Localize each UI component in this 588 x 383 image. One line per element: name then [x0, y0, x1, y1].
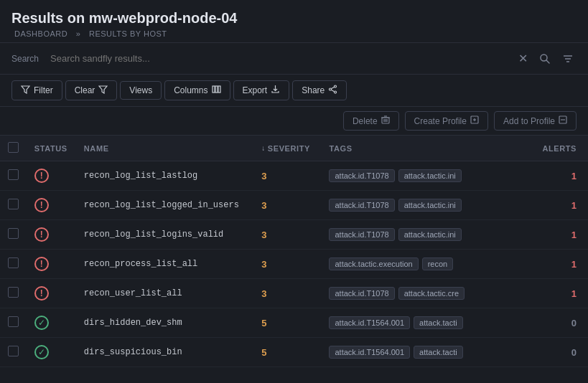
- add-to-profile-button[interactable]: Add to Profile: [494, 111, 577, 131]
- share-icon: [328, 85, 337, 96]
- row-tags-cell: attack.id.T1564.001attack.tacti: [322, 308, 532, 338]
- table-row: !recon_process_list_all3attack.tactic.ex…: [0, 250, 588, 279]
- row-severity-cell: 3: [254, 279, 322, 308]
- row-checkbox[interactable]: [8, 316, 19, 327]
- svg-rect-9: [218, 86, 220, 93]
- filter-icon: [21, 85, 30, 96]
- alerts-column-header: ALERTS: [533, 136, 588, 161]
- row-tags-cell: attack.id.T1078attack.tactic.ini: [322, 220, 532, 250]
- row-checkbox-cell[interactable]: [0, 250, 27, 279]
- table-header-row: STATUS NAME ↓ SEVERITY TAGS ALERTS: [0, 136, 588, 161]
- search-icons: ✕: [515, 50, 577, 67]
- severity-column-header[interactable]: ↓ SEVERITY: [254, 136, 322, 161]
- tag-badge[interactable]: attack.tactic.ini: [398, 199, 462, 212]
- row-name-cell[interactable]: recon_log_list_logged_in_users: [77, 191, 254, 220]
- breadcrumb-results-by-host[interactable]: RESULTS BY HOST: [89, 29, 167, 38]
- row-tags-cell: attack.id.T1564.001attack.tacti: [322, 338, 532, 367]
- toolbar: Filter Clear Views Columns Export: [0, 75, 588, 107]
- row-name-cell[interactable]: dirs_suspicious_bin: [77, 338, 254, 367]
- row-checkbox[interactable]: [8, 228, 19, 239]
- row-severity-cell: 5: [254, 308, 322, 338]
- select-all-header[interactable]: [0, 136, 27, 161]
- results-table: STATUS NAME ↓ SEVERITY TAGS ALERTS: [0, 136, 588, 367]
- breadcrumb-dashboard[interactable]: DASHBOARD: [14, 29, 67, 38]
- tag-badge[interactable]: attack.id.T1564.001: [329, 346, 410, 359]
- row-alerts-cell: 1: [533, 250, 588, 279]
- row-status-cell: !: [27, 250, 77, 279]
- create-profile-icon: [470, 115, 479, 126]
- tag-badge[interactable]: attack.tactic.cre: [398, 287, 465, 300]
- row-checkbox[interactable]: [8, 199, 19, 209]
- row-alerts-cell: 1: [533, 191, 588, 220]
- share-button[interactable]: Share: [292, 80, 347, 100]
- delete-button[interactable]: Delete: [343, 111, 399, 131]
- tag-badge[interactable]: attack.tacti: [414, 346, 463, 359]
- table-row: !recon_user_list_all3attack.id.T1078atta…: [0, 279, 588, 308]
- tag-badge[interactable]: attack.tacti: [414, 316, 463, 329]
- tag-badge[interactable]: attack.id.T1078: [329, 199, 394, 212]
- tag-badge[interactable]: recon: [422, 257, 454, 270]
- filter-search-button[interactable]: [559, 52, 577, 66]
- row-status-cell: ✓: [27, 308, 77, 338]
- clear-button[interactable]: Clear: [65, 80, 118, 100]
- search-label: Search: [11, 54, 39, 64]
- breadcrumb: DASHBOARD » RESULTS BY HOST: [11, 29, 577, 38]
- ok-status-icon: ✓: [34, 345, 49, 359]
- tag-badge[interactable]: attack.tactic.ini: [398, 228, 462, 241]
- row-checkbox-cell[interactable]: [0, 338, 27, 367]
- row-checkbox[interactable]: [8, 257, 19, 268]
- search-submit-button[interactable]: [536, 52, 554, 66]
- row-checkbox-cell[interactable]: [0, 308, 27, 338]
- export-button[interactable]: Export: [233, 80, 290, 100]
- name-column-header: NAME: [77, 136, 254, 161]
- select-all-checkbox[interactable]: [8, 142, 19, 153]
- search-input[interactable]: [50, 53, 510, 64]
- row-tags-cell: attack.tactic.executionrecon: [322, 250, 532, 279]
- row-status-cell: !: [27, 279, 77, 308]
- row-checkbox-cell[interactable]: [0, 161, 27, 191]
- clear-label: Clear: [75, 85, 95, 95]
- clear-search-button[interactable]: ✕: [515, 50, 531, 67]
- views-label: Views: [129, 85, 152, 95]
- columns-button[interactable]: Columns: [164, 80, 230, 100]
- row-tags-cell: attack.id.T1078attack.tactic.cre: [322, 279, 532, 308]
- create-profile-button[interactable]: Create Profile: [405, 111, 488, 131]
- export-label: Export: [243, 85, 268, 95]
- export-icon: [271, 85, 280, 96]
- table-row: !recon_log_list_logins_valid3attack.id.T…: [0, 220, 588, 250]
- row-name-cell[interactable]: dirs_hidden_dev_shm: [77, 308, 254, 338]
- warning-status-icon: !: [34, 257, 49, 271]
- tag-badge[interactable]: attack.tactic.ini: [398, 169, 462, 182]
- row-alerts-cell: 1: [533, 220, 588, 250]
- table-row: !recon_log_list_logged_in_users3attack.i…: [0, 191, 588, 220]
- row-checkbox-cell[interactable]: [0, 279, 27, 308]
- tag-badge[interactable]: attack.id.T1078: [329, 169, 394, 182]
- tags-column-header: TAGS: [322, 136, 532, 161]
- row-checkbox[interactable]: [8, 346, 19, 356]
- row-severity-cell: 3: [254, 161, 322, 191]
- row-checkbox-cell[interactable]: [0, 191, 27, 220]
- row-checkbox[interactable]: [8, 169, 19, 180]
- row-name-cell[interactable]: recon_log_list_lastlog: [77, 161, 254, 191]
- tag-badge[interactable]: attack.id.T1078: [329, 228, 394, 241]
- sort-down-icon: ↓: [261, 144, 266, 152]
- filter-button[interactable]: Filter: [11, 80, 62, 100]
- svg-rect-7: [213, 86, 215, 93]
- results-table-container: STATUS NAME ↓ SEVERITY TAGS ALERTS: [0, 136, 588, 367]
- table-row: ✓dirs_suspicious_bin5attack.id.T1564.001…: [0, 338, 588, 367]
- row-status-cell: !: [27, 191, 77, 220]
- tag-badge[interactable]: attack.id.T1564.001: [329, 316, 410, 329]
- views-button[interactable]: Views: [120, 81, 162, 100]
- search-bar: Search ✕: [0, 43, 588, 75]
- warning-status-icon: !: [34, 198, 49, 212]
- row-name-cell[interactable]: recon_user_list_all: [77, 279, 254, 308]
- row-checkbox[interactable]: [8, 287, 19, 298]
- warning-status-icon: !: [34, 286, 49, 301]
- svg-line-1: [546, 60, 549, 63]
- svg-line-14: [332, 87, 335, 88]
- row-checkbox-cell[interactable]: [0, 220, 27, 250]
- tag-badge[interactable]: attack.tactic.execution: [329, 257, 418, 270]
- row-name-cell[interactable]: recon_process_list_all: [77, 250, 254, 279]
- row-name-cell[interactable]: recon_log_list_logins_valid: [77, 220, 254, 250]
- tag-badge[interactable]: attack.id.T1078: [329, 287, 394, 300]
